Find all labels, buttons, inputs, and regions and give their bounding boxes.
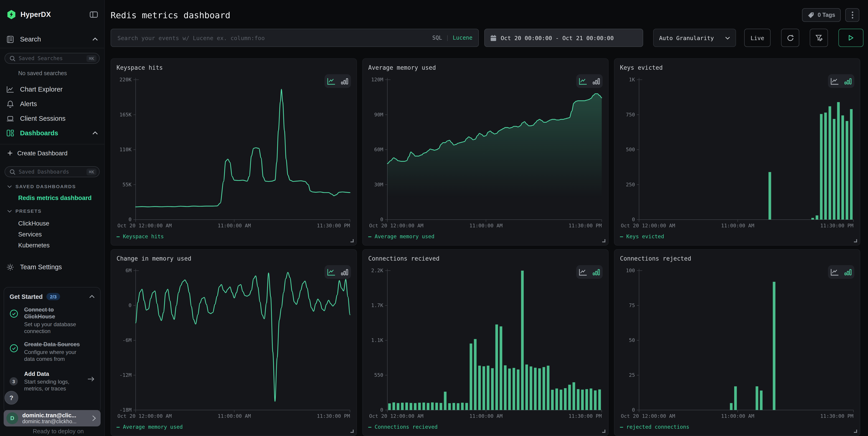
line-chart-toggle-icon[interactable] [830, 77, 839, 85]
resize-handle-icon[interactable] [350, 239, 354, 242]
get-started-header[interactable]: Get Started 2/3 [9, 293, 95, 300]
legend-swatch: — [620, 233, 623, 240]
sidebar-item-clickhouse[interactable]: ClickHouse [18, 218, 104, 229]
resize-handle-icon[interactable] [350, 430, 354, 433]
chart-type-toggle[interactable] [576, 74, 602, 88]
sidebar-item-client-sessions[interactable]: Client Sessions [0, 111, 104, 126]
step-desc: Set up your database connection [24, 321, 83, 335]
user-menu[interactable]: D dominic.tran@clic... dominic.tran@clic… [4, 410, 101, 427]
sidebar-collapse-button[interactable] [90, 11, 98, 18]
filter-button[interactable] [810, 29, 828, 47]
get-started-step-add-data[interactable]: 3 Add Data Start sending logs, metrics, … [9, 371, 95, 392]
chevron-up-icon [92, 131, 98, 135]
section-label: SAVED DASHBOARDS [16, 183, 76, 189]
get-started-step-connect[interactable]: Connect to ClickHouse Set up your databa… [9, 307, 95, 335]
saved-searches-search[interactable]: ⌘K [5, 53, 100, 64]
sidebar-item-label: Team Settings [20, 263, 98, 271]
chart-type-toggle[interactable] [828, 265, 854, 279]
chart-canvas: 1007550250Oct 20 12:00:00 AM11:00:00 AM1… [620, 265, 854, 422]
svg-text:2.2K: 2.2K [371, 268, 383, 273]
svg-text:0: 0 [129, 302, 131, 308]
sidebar-item-services[interactable]: Services [18, 229, 104, 240]
date-range-picker[interactable]: Oct 20 00:00:00 - Oct 21 00:00:00 [484, 29, 643, 47]
get-started-card: Get Started 2/3 Connect to ClickHouse Se… [4, 287, 101, 413]
sql-mode-toggle[interactable]: SQL [432, 35, 442, 41]
svg-text:11:30:00 PM: 11:30:00 PM [820, 413, 854, 419]
chart-plot-area[interactable]: 220K165K110K55K0Oct 20 12:00:00 AM11:00:… [117, 74, 351, 231]
chart-plot-area[interactable]: 120M90M60M30M0Oct 20 12:00:00 AM11:00:00… [368, 74, 602, 231]
chart-type-toggle[interactable] [324, 74, 351, 88]
sidebar-item-search[interactable]: Search [0, 33, 104, 48]
sidebar-item-dashboards[interactable]: Dashboards [0, 126, 104, 140]
chart-type-toggle[interactable] [324, 265, 351, 279]
sidebar-item-kubernetes[interactable]: Kubernetes [18, 240, 104, 251]
svg-text:55K: 55K [122, 182, 131, 187]
chart-legend: —rejected connections [620, 422, 854, 432]
line-chart-toggle-icon[interactable] [327, 77, 336, 85]
resize-handle-icon[interactable] [602, 430, 606, 433]
chart-type-toggle[interactable] [576, 265, 602, 279]
bar-chart-toggle-icon[interactable] [591, 268, 600, 276]
legend-label: Connections recieved [375, 424, 438, 430]
chart-plot-area[interactable]: 1K7505002500Oct 20 12:00:00 AM11:00:00 A… [620, 74, 854, 231]
chart-title: Connections rejected [620, 255, 854, 263]
chart-legend: —Keys evicted [620, 231, 854, 241]
svg-text:11:00:00 AM: 11:00:00 AM [218, 413, 251, 419]
chart-plot-area[interactable]: 1007550250Oct 20 12:00:00 AM11:00:00 AM1… [620, 265, 854, 422]
line-chart-toggle-icon[interactable] [578, 268, 587, 276]
granularity-select[interactable]: Auto Granularity [653, 29, 736, 47]
more-options-button[interactable] [845, 8, 859, 22]
chart-type-toggle[interactable] [828, 74, 854, 88]
svg-text:0: 0 [380, 407, 383, 413]
refresh-icon [786, 34, 794, 42]
line-chart-toggle-icon[interactable] [327, 268, 336, 276]
legend-label: Average memory used [123, 424, 183, 430]
live-label: Live [750, 34, 764, 41]
chart-plot-area[interactable]: 2.2K1.7K1.1K5500Oct 20 12:00:00 AM11:00:… [368, 265, 602, 422]
get-started-step-sources[interactable]: Create Data Sources Configure where your… [9, 341, 95, 362]
lucene-mode-toggle[interactable]: Lucene [453, 35, 472, 41]
line-chart-toggle-icon[interactable] [830, 268, 839, 276]
sidebar-item-chart-explorer[interactable]: Chart Explorer [0, 82, 104, 96]
resize-handle-icon[interactable] [854, 239, 857, 242]
chevron-down-icon [7, 209, 12, 212]
svg-text:11:00:00 AM: 11:00:00 AM [469, 413, 502, 419]
tags-button[interactable]: 0 Tags [802, 8, 841, 22]
sidebar-item-redis-dashboard[interactable]: Redis metrics dashboard [18, 195, 104, 202]
chart-legend: —Average memory used [117, 422, 351, 432]
saved-dashboards-input[interactable] [19, 169, 87, 175]
bar-chart-toggle-icon[interactable] [340, 268, 349, 276]
live-button[interactable]: Live [744, 29, 771, 47]
bar-chart-toggle-icon[interactable] [843, 77, 852, 85]
line-chart-toggle-icon[interactable] [578, 77, 587, 85]
user-email: dominic.tran@clickho... [22, 418, 92, 425]
bar-chart-toggle-icon[interactable] [843, 268, 852, 276]
saved-dashboards-section[interactable]: SAVED DASHBOARDS [7, 183, 104, 190]
resize-handle-icon[interactable] [854, 430, 857, 433]
sidebar-item-alerts[interactable]: Alerts [0, 96, 104, 111]
saved-dashboards-search[interactable]: ⌘K [5, 166, 100, 177]
dashboards-icon [6, 129, 14, 137]
sidebar-item-team-settings[interactable]: Team Settings [0, 259, 104, 275]
run-query-button[interactable] [838, 29, 863, 47]
refresh-button[interactable] [781, 29, 799, 47]
section-label: PRESETS [16, 208, 42, 214]
bar-chart-toggle-icon[interactable] [591, 77, 600, 85]
bar-chart-toggle-icon[interactable] [340, 77, 349, 85]
chart-plot-area[interactable]: 6M0-6M-12M-18MOct 20 12:00:00 AM11:00:00… [117, 265, 351, 422]
help-button[interactable]: ? [5, 391, 18, 405]
saved-searches-input[interactable] [19, 55, 87, 61]
event-search-input[interactable] [111, 29, 478, 47]
presets-section[interactable]: PRESETS [7, 207, 104, 214]
resize-handle-icon[interactable] [602, 239, 606, 242]
svg-text:11:00:00 AM: 11:00:00 AM [469, 223, 502, 229]
create-dashboard-button[interactable]: Create Dashboard [0, 144, 104, 162]
legend-swatch: — [117, 424, 120, 430]
sidebar-item-label: Search [20, 35, 92, 43]
search-section-icon [6, 35, 14, 43]
shortcut-badge: ⌘K [87, 55, 96, 62]
chevron-right-icon [92, 415, 96, 422]
svg-text:30M: 30M [374, 182, 383, 187]
chart-legend: —Connections recieved [368, 422, 602, 432]
svg-text:75: 75 [629, 302, 635, 308]
